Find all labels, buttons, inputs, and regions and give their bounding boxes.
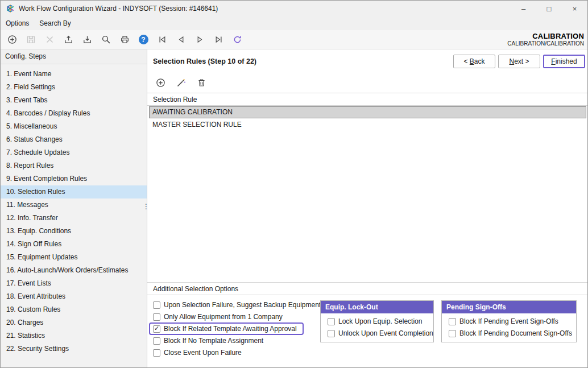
- additional-options-body: Upon Selection Failure, Suggest Backup E…: [147, 295, 587, 367]
- finished-button[interactable]: Finished: [543, 55, 585, 68]
- add-record-icon: [7, 35, 17, 44]
- print-button[interactable]: [118, 32, 131, 47]
- next-record-button[interactable]: [193, 32, 206, 47]
- sidebar-item-security-settings[interactable]: 22. Security Settings: [1, 342, 147, 355]
- checkbox-label: Block If Pending Event Sign-Offs: [459, 317, 558, 325]
- checkbox-label: Only Allow Equipment from 1 Company: [164, 313, 283, 321]
- checkbox-block-if-pending-event-signoffs[interactable]: Block If Pending Event Sign-Offs: [449, 317, 572, 326]
- main-panel: Selection Rules (Step 10 of 22) < Back N…: [147, 49, 587, 367]
- checkbox-unlock-upon-event-completion[interactable]: Unlock Upon Event Completion: [328, 329, 429, 338]
- delete-rule-button[interactable]: [194, 75, 208, 90]
- selection-rule-row-master-selection-rule[interactable]: MASTER SELECTION RULE: [149, 119, 586, 131]
- checkbox-label: Block If Related Template Awaiting Appro…: [164, 325, 297, 333]
- add-rule-icon: [156, 78, 165, 88]
- sidebar-item-event-completion-rules[interactable]: 9. Event Completion Rules: [1, 172, 147, 185]
- sidebar-item-charges[interactable]: 20. Charges: [1, 316, 147, 329]
- close-button[interactable]: ×: [562, 1, 587, 16]
- checkbox-lock-upon-equip-selection[interactable]: Lock Upon Equip. Selection: [328, 317, 429, 326]
- rules-toolbar: [147, 72, 587, 93]
- sidebar-item-barcodes-display-rules[interactable]: 4. Barcodes / Display Rules: [1, 107, 147, 120]
- checkbox-label: Close Event Upon Failure: [164, 349, 242, 357]
- checkbox-box[interactable]: [153, 301, 160, 309]
- sidebar-item-equipment-updates[interactable]: 15. Equipment Updates: [1, 251, 147, 264]
- sidebar-header: Config. Steps: [1, 49, 147, 64]
- sidebar-item-messages[interactable]: 11. Messages: [1, 199, 147, 212]
- next-record-icon: [195, 35, 205, 44]
- content-layout: Config. Steps 1. Event Name 2. Field Set…: [1, 49, 587, 367]
- search-button[interactable]: [99, 32, 113, 47]
- sidebar-item-auto-launch-work-orders-estimates[interactable]: 16. Auto-Launch/Work Orders/Estimates: [1, 264, 147, 277]
- equip-lockout-header: Equip. Lock-Out: [321, 301, 433, 313]
- sidebar-item-event-tabs[interactable]: 3. Event Tabs: [1, 94, 147, 107]
- sidebar-item-report-rules[interactable]: 8. Report Rules: [1, 159, 147, 172]
- wizard-buttons: < Back Next > Finished: [453, 55, 585, 68]
- maximize-icon: □: [547, 5, 552, 13]
- window-controls: – □ ×: [511, 1, 587, 16]
- menu-options[interactable]: Options: [1, 16, 34, 30]
- checkbox-close-event-upon-failure[interactable]: Close Event Upon Failure: [153, 348, 313, 357]
- checkbox-box[interactable]: [153, 325, 160, 333]
- options-checkbox-column: Upon Selection Failure, Suggest Backup E…: [153, 300, 313, 357]
- sidebar-item-info-transfer[interactable]: 12. Info. Transfer: [1, 212, 147, 225]
- grid-column-header[interactable]: Selection Rule: [147, 93, 587, 106]
- sidebar-item-field-settings[interactable]: 2. Field Settings: [1, 81, 147, 94]
- last-record-button[interactable]: [212, 32, 225, 47]
- checkbox-box[interactable]: [328, 318, 335, 325]
- finished-label: Finished: [551, 57, 577, 65]
- equip-lockout-group: Equip. Lock-Out Lock Upon Equip. Selecti…: [320, 300, 434, 342]
- checkbox-block-if-template-awaiting-approval[interactable]: Block If Related Template Awaiting Appro…: [149, 322, 304, 335]
- sidebar-item-custom-rules[interactable]: 19. Custom Rules: [1, 303, 147, 316]
- checkbox-label: Block If No Template Assignment: [164, 337, 263, 345]
- checkbox-box[interactable]: [153, 337, 160, 345]
- selection-rule-row-awaiting-calibration[interactable]: AWAITING CALIBRATION: [149, 106, 586, 118]
- checkbox-box[interactable]: [328, 330, 335, 337]
- edit-rule-button[interactable]: [174, 75, 188, 90]
- sync-icon: [233, 35, 242, 44]
- delete-button[interactable]: [43, 32, 56, 47]
- checkbox-block-if-pending-document-signoffs[interactable]: Block If Pending Document Sign-Offs: [449, 329, 572, 338]
- main-header: Selection Rules (Step 10 of 22) < Back N…: [147, 49, 587, 72]
- back-button[interactable]: < Back: [453, 55, 495, 68]
- add-record-button[interactable]: [5, 32, 19, 47]
- sidebar-splitter[interactable]: [143, 200, 149, 213]
- sidebar-item-miscellaneous[interactable]: 5. Miscellaneous: [1, 120, 147, 133]
- additional-options-header: Additional Selection Options: [147, 282, 587, 295]
- sidebar-item-selection-rules[interactable]: 10. Selection Rules: [1, 185, 147, 199]
- maximize-button[interactable]: □: [536, 1, 562, 16]
- checkbox-box[interactable]: [153, 313, 160, 321]
- import-button[interactable]: [80, 32, 94, 47]
- window-title: Work Flow Configuration Wizard - INDYSOF…: [19, 5, 511, 13]
- sync-button[interactable]: [230, 32, 244, 47]
- sidebar-item-equip-conditions[interactable]: 13. Equip. Conditions: [1, 225, 147, 238]
- help-button[interactable]: ?: [136, 32, 150, 47]
- sidebar-item-event-attributes[interactable]: 18. Event Attributes: [1, 290, 147, 303]
- minimize-button[interactable]: –: [511, 1, 536, 16]
- print-icon: [120, 35, 130, 44]
- sidebar-item-event-name[interactable]: 1. Event Name: [1, 68, 147, 81]
- sidebar-item-sign-off-rules[interactable]: 14. Sign Off Rules: [1, 238, 147, 251]
- checkbox-box[interactable]: [449, 318, 456, 325]
- add-rule-button[interactable]: [154, 75, 167, 90]
- checkbox-suggest-backup-equipment[interactable]: Upon Selection Failure, Suggest Backup E…: [153, 300, 313, 309]
- save-button[interactable]: [24, 32, 38, 47]
- first-record-button[interactable]: [155, 32, 169, 47]
- context-subtitle: CALIBRATION/CALIBRATION: [507, 40, 584, 47]
- trash-icon: [197, 78, 206, 88]
- pending-signoffs-header: Pending Sign-Offs: [442, 301, 576, 313]
- sidebar-item-event-lists[interactable]: 17. Event Lists: [1, 277, 147, 290]
- sidebar-item-statistics[interactable]: 21. Statistics: [1, 329, 147, 342]
- checkbox-box[interactable]: [153, 349, 160, 357]
- sidebar-item-status-changes[interactable]: 6. Status Changes: [1, 133, 147, 146]
- checkbox-label: Block If Pending Document Sign-Offs: [459, 329, 572, 337]
- checkbox-block-if-no-template-assignment[interactable]: Block If No Template Assignment: [153, 336, 313, 345]
- checkbox-only-allow-one-company[interactable]: Only Allow Equipment from 1 Company: [153, 312, 313, 321]
- config-steps-list: 1. Event Name 2. Field Settings 3. Event…: [1, 64, 147, 355]
- sidebar-item-schedule-updates[interactable]: 7. Schedule Updates: [1, 146, 147, 159]
- checkbox-box[interactable]: [449, 330, 456, 337]
- previous-record-button[interactable]: [174, 32, 188, 47]
- back-label: < Back: [463, 57, 485, 65]
- menu-search-by[interactable]: Search By: [34, 16, 76, 30]
- next-button[interactable]: Next >: [498, 55, 540, 68]
- export-button[interactable]: [61, 32, 75, 47]
- app-logo-icon: [5, 3, 15, 14]
